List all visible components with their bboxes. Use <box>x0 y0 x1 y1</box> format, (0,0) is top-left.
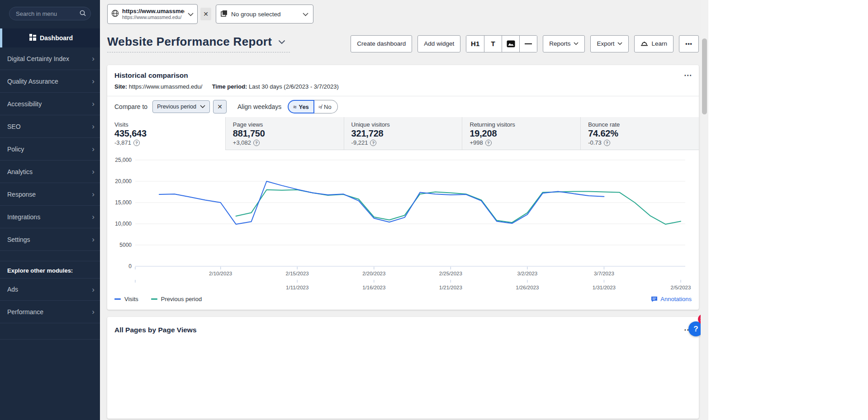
chevron-right-icon: › <box>92 190 95 198</box>
x-axis-date-previous: 1/11/2023 <box>286 285 308 290</box>
x-axis-date-previous: 1/26/2023 <box>516 285 539 290</box>
question-circle-icon[interactable]: ? <box>604 140 610 146</box>
metric-delta: +998 <box>470 139 483 146</box>
search-icon[interactable] <box>79 9 86 19</box>
sidebar-item-label: Digital Certainty Index <box>7 55 69 62</box>
more-options-button[interactable]: ••• <box>679 35 699 52</box>
y-axis-tick-label: 15,000 <box>115 199 132 206</box>
metric-value: 435,643 <box>114 128 218 139</box>
divider-button[interactable] <box>519 36 537 52</box>
sidebar-spacer <box>0 251 100 261</box>
reports-dropdown-button[interactable]: Reports <box>543 35 585 52</box>
question-circle-icon[interactable]: ? <box>253 140 260 146</box>
metric-tab-returning-visitors[interactable]: Returning visitors19,208+998? <box>462 117 580 150</box>
chart-area: 0500010,00015,00020,00025,0002/10/20232/… <box>107 150 699 293</box>
sidebar-item-label: Accessibility <box>7 100 42 108</box>
sidebar-item-response[interactable]: Response› <box>0 183 100 206</box>
image-button[interactable] <box>502 36 519 52</box>
sidebar-item-performance[interactable]: Performance› <box>0 301 100 323</box>
sidebar-item-seo[interactable]: SEO› <box>0 115 100 138</box>
sidebar-item-ads[interactable]: Ads› <box>0 278 100 301</box>
align-yes-icon: ≈ <box>293 104 296 110</box>
card-title: All Pages by Page Views <box>114 326 197 334</box>
card-title: Historical comparison <box>114 71 188 80</box>
sidebar-item-digital-certainty-index[interactable]: Digital Certainty Index› <box>0 47 100 70</box>
vertical-scrollbar[interactable] <box>701 0 708 420</box>
metric-tab-unique-visitors[interactable]: Unique visitors321,728-9,221? <box>344 117 462 150</box>
chevron-right-icon: › <box>92 145 95 153</box>
chevron-right-icon: › <box>92 77 95 85</box>
y-axis-tick-label: 25,000 <box>115 157 132 163</box>
horizontal-line-icon <box>525 43 532 45</box>
metric-tab-visits[interactable]: Visits435,643-3,871? <box>107 117 225 150</box>
chevron-right-icon: › <box>92 286 95 293</box>
sidebar-item-analytics[interactable]: Analytics› <box>0 160 100 183</box>
align-weekdays-toggle: ≈ Yes ≉ No <box>288 100 337 113</box>
y-axis-tick-label: 0 <box>128 263 132 269</box>
heading-h1-button[interactable]: H1 <box>466 36 484 52</box>
compare-period-dropdown[interactable]: Previous period <box>152 100 210 113</box>
close-icon: ✕ <box>203 10 209 18</box>
sidebar-item-integrations[interactable]: Integrations› <box>0 206 100 228</box>
sidebar-item-settings[interactable]: Settings› <box>0 228 100 251</box>
page-header: Website Performance Report Create dashbo… <box>107 35 699 52</box>
metric-value: 321,728 <box>351 128 455 139</box>
ellipsis-icon: ••• <box>685 41 693 47</box>
metric-tab-bounce-rate[interactable]: Bounce rate74.62%-0.73? <box>580 117 699 150</box>
sidebar-item-accessibility[interactable]: Accessibility› <box>0 93 100 115</box>
line-chart[interactable]: 0500010,00015,00020,00025,0002/10/20232/… <box>114 155 692 291</box>
learn-button[interactable]: Learn <box>634 35 674 52</box>
annotations-link[interactable]: Annotations <box>651 296 692 302</box>
sidebar-item-label: Settings <box>7 236 30 243</box>
add-widget-button[interactable]: Add widget <box>417 35 460 52</box>
sidebar-item-label: Performance <box>7 308 43 316</box>
x-axis-date-current: 3/7/2023 <box>594 271 614 276</box>
align-no-option[interactable]: ≉ No <box>314 100 338 113</box>
question-circle-icon[interactable]: ? <box>370 140 376 146</box>
sidebar-item-label: SEO <box>7 123 21 130</box>
sidebar-item-label: Ads <box>7 286 18 293</box>
x-axis-date-current: 2/15/2023 <box>286 271 309 276</box>
sidebar-item-policy[interactable]: Policy› <box>0 138 100 160</box>
align-no-label: No <box>324 104 332 110</box>
chart-legend: VisitsPrevious period <box>114 296 202 302</box>
legend-item-previous-period: Previous period <box>151 296 202 302</box>
align-weekdays-label: Align weekdays <box>237 103 281 110</box>
sidebar-search <box>9 7 91 20</box>
chevron-down-icon <box>303 11 308 18</box>
x-axis-date-previous: 1/21/2023 <box>439 285 462 290</box>
card-kebab-menu-icon[interactable]: ⋯ <box>684 74 692 78</box>
question-circle-icon[interactable]: ? <box>133 140 140 146</box>
align-no-icon: ≉ <box>318 104 322 110</box>
metric-value: 881,750 <box>233 128 337 139</box>
y-axis-tick-label: 5000 <box>119 242 132 248</box>
scrollbar-thumb[interactable] <box>702 38 707 114</box>
sidebar-explore-menu: Ads›Performance› <box>0 278 100 323</box>
metric-delta: -0.73 <box>588 139 602 146</box>
metric-tab-page-views[interactable]: Page views881,750+3,082? <box>225 117 344 150</box>
create-dashboard-button[interactable]: Create dashboard <box>351 35 412 52</box>
sidebar-item-quality-assurance[interactable]: Quality Assurance› <box>0 70 100 93</box>
group-selector[interactable]: No group selected <box>216 5 313 24</box>
topbar: https://www.umassmed.edu/ https://www.um… <box>107 4 699 24</box>
title-chevron-down-icon[interactable] <box>278 40 285 44</box>
question-circle-icon[interactable]: ? <box>485 140 492 146</box>
metric-tabs: Visits435,643-3,871?Page views881,750+3,… <box>107 117 699 150</box>
site-label: Site: <box>114 83 127 90</box>
chevron-down-icon <box>200 105 205 109</box>
globe-icon <box>111 9 119 19</box>
group-icon <box>221 10 228 18</box>
clear-site-button[interactable]: ✕ <box>200 8 211 20</box>
text-button[interactable]: T <box>484 36 502 52</box>
compare-to-label: Compare to <box>114 103 147 110</box>
export-label: Export <box>597 40 614 47</box>
metric-label: Page views <box>233 121 337 128</box>
export-dropdown-button[interactable]: Export <box>590 35 629 52</box>
report-title-wrap: Website Performance Report <box>107 35 290 52</box>
time-period-value: Last 30 days (2/6/2023 - 3/7/2023) <box>249 83 339 90</box>
align-yes-option[interactable]: ≈ Yes <box>288 100 314 113</box>
search-input[interactable] <box>9 7 91 20</box>
sidebar-item-dashboard[interactable]: Dashboard <box>0 28 100 47</box>
site-selector[interactable]: https://www.umassmed.edu/ https://www.um… <box>107 4 198 24</box>
clear-compare-button[interactable]: ✕ <box>213 100 227 113</box>
